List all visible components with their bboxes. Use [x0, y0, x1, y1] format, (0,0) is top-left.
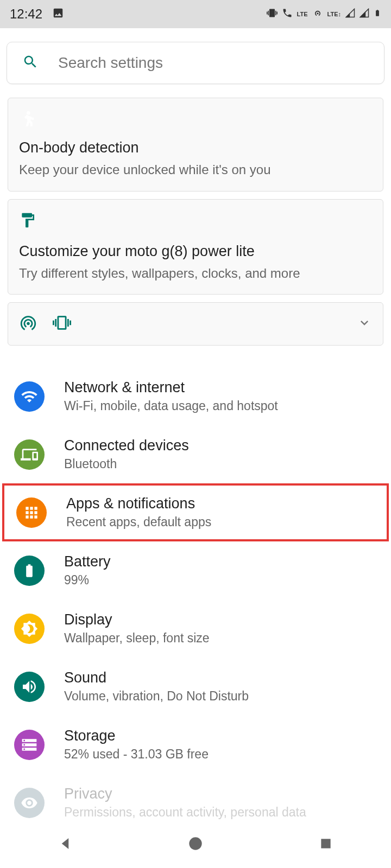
privacy-icon	[14, 788, 45, 818]
setting-title: Sound	[64, 669, 377, 686]
nav-back-button[interactable]	[54, 833, 76, 854]
setting-subtitle: Wi-Fi, mobile, data usage, and hotspot	[64, 399, 377, 413]
chevron-down-icon	[357, 315, 372, 333]
setting-title: Display	[64, 611, 377, 628]
volume-icon	[14, 672, 45, 702]
signal2-icon	[360, 8, 369, 20]
battery-icon	[374, 7, 381, 21]
svg-point-0	[27, 112, 30, 114]
onbody-card[interactable]: On-body detection Keep your device unloc…	[8, 98, 383, 192]
setting-title: Apps & notifications	[66, 495, 375, 512]
setting-title: Privacy	[64, 786, 377, 802]
setting-devices[interactable]: Connected devices Bluetooth	[7, 425, 384, 483]
svg-point-1	[189, 837, 201, 850]
setting-network[interactable]: Network & internet Wi-Fi, mobile, data u…	[7, 367, 384, 425]
lte-badge: LTE	[297, 11, 308, 17]
status-icons	[19, 314, 71, 334]
wifi-icon	[14, 381, 45, 412]
setting-sound[interactable]: Sound Volume, vibration, Do Not Disturb	[7, 658, 384, 716]
hotspot-status-icon	[19, 314, 37, 334]
setting-title: Storage	[64, 727, 377, 744]
nav-recent-button[interactable]	[315, 833, 337, 854]
search-icon	[22, 54, 39, 72]
photo-icon	[52, 7, 64, 21]
content-area: On-body detection Keep your device unloc…	[0, 98, 391, 832]
setting-subtitle: 52% used - 31.03 GB free	[64, 747, 377, 762]
status-left: 12:42	[10, 7, 64, 22]
setting-subtitle: Wallpaper, sleep, font size	[64, 631, 377, 646]
customize-card[interactable]: Customize your moto g(8) power lite Try …	[8, 199, 383, 295]
signal1-icon	[345, 8, 355, 20]
svg-rect-2	[321, 839, 330, 848]
vibrate-icon	[267, 8, 278, 21]
onbody-title: On-body detection	[19, 139, 372, 156]
search-box[interactable]: Search settings	[7, 42, 384, 84]
setting-display[interactable]: Display Wallpaper, sleep, font size	[7, 599, 384, 658]
hotspot-icon	[312, 8, 323, 21]
brightness-icon	[14, 614, 45, 644]
onbody-subtitle: Keep your device unlocked while it's on …	[19, 161, 372, 179]
setting-subtitle: Permissions, account activity, personal …	[64, 805, 377, 820]
walk-icon	[19, 110, 372, 130]
customize-title: Customize your moto g(8) power lite	[19, 243, 372, 260]
battery-setting-icon	[14, 556, 45, 586]
status-card[interactable]	[8, 302, 383, 346]
setting-storage[interactable]: Storage 52% used - 31.03 GB free	[7, 716, 384, 774]
lte2-badge: LTE↕	[327, 11, 341, 17]
status-time: 12:42	[10, 7, 42, 22]
wifi-call-icon	[282, 8, 293, 21]
setting-subtitle: Bluetooth	[64, 457, 377, 471]
status-bar: 12:42 LTE LTE↕	[0, 0, 391, 28]
nav-bar	[0, 819, 391, 868]
setting-title: Network & internet	[64, 379, 377, 396]
setting-title: Battery	[64, 553, 377, 570]
setting-title: Connected devices	[64, 437, 377, 454]
apps-icon	[16, 497, 47, 528]
search-placeholder: Search settings	[58, 54, 163, 72]
devices-icon	[14, 439, 45, 470]
status-right: LTE LTE↕	[267, 7, 381, 21]
brush-icon	[19, 212, 372, 231]
setting-subtitle: 99%	[64, 573, 377, 588]
setting-apps-highlighted[interactable]: Apps & notifications Recent apps, defaul…	[2, 483, 389, 541]
customize-subtitle: Try different styles, wallpapers, clocks…	[19, 264, 372, 283]
setting-battery[interactable]: Battery 99%	[7, 541, 384, 599]
setting-subtitle: Recent apps, default apps	[66, 515, 375, 529]
setting-subtitle: Volume, vibration, Do Not Disturb	[64, 689, 377, 704]
vibrate-status-icon	[53, 314, 71, 334]
storage-icon	[14, 730, 45, 760]
nav-home-button[interactable]	[185, 833, 206, 854]
